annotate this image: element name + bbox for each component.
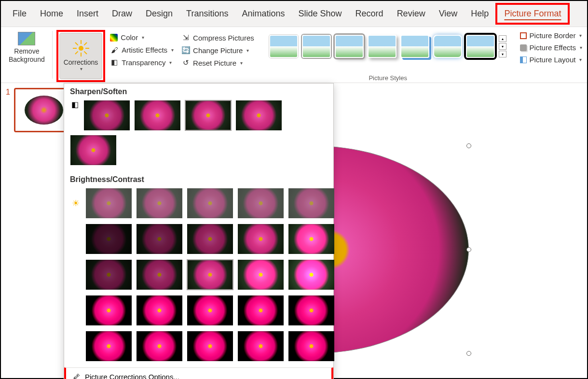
remove-background-label: Remove Background [9,47,45,64]
bc-preset-r2c4[interactable] [237,224,284,254]
artistic-effects-icon: 🖌 [110,45,119,54]
bc-preset-r1c4[interactable] [237,188,284,219]
bc-preset-r2c2[interactable] [136,224,183,254]
compress-icon: ⇲ [181,33,190,42]
corrections-label: Corrections [64,58,98,67]
picture-layout-button[interactable]: Picture Layout ▾ [517,54,585,65]
bc-preset-r3c1[interactable] [85,259,132,290]
tab-view[interactable]: View [432,5,465,23]
bc-preset-r2c1[interactable] [85,224,132,254]
slide-number: 1 [6,88,10,132]
style-preset-3[interactable] [335,35,364,58]
corrections-button[interactable]: Corrections ▾ [59,33,103,79]
picture-effects-button[interactable]: Picture Effects ▾ [517,42,585,53]
resize-handle-tr[interactable] [466,143,471,148]
bc-preset-r2c3[interactable] [187,224,233,254]
ribbon: Remove Background [1,27,587,83]
tab-transitions[interactable]: Transitions [179,5,235,23]
chevron-down-icon: ▾ [579,57,582,62]
tab-draw[interactable]: Draw [105,5,139,23]
picture-layout-icon [520,56,527,63]
bc-preset-r1c3[interactable] [187,188,233,219]
tab-record[interactable]: Record [349,5,390,23]
sharpen-soften-heading: Sharpen/Soften [64,84,333,98]
transparency-icon: ◧ [110,58,119,67]
slide-thumbnail-image [25,96,63,125]
bc-preset-r3c2[interactable] [136,259,183,290]
gallery-expand[interactable]: ▾ [499,51,506,57]
bc-preset-r3c4[interactable] [237,259,284,290]
brightness-contrast-heading: Brightness/Contrast [64,171,333,186]
style-preset-5[interactable] [400,35,429,58]
bc-preset-r4c2[interactable] [136,295,183,326]
chevron-down-icon: ▾ [240,60,243,66]
tab-design[interactable]: Design [139,5,179,23]
ribbon-group-picture-options: Picture Border ▾ Picture Effects ▾ Pictu… [515,27,587,83]
color-icon [110,34,118,42]
tab-animations[interactable]: Animations [235,5,291,23]
brightness-icon: ☀ [70,198,82,209]
bc-preset-r5c3[interactable] [187,331,233,362]
bc-preset-r2c5[interactable] [288,224,335,254]
artistic-effects-button[interactable]: 🖌 Artistic Effects ▾ [107,44,177,56]
corrections-options-icon: 🖉 [73,373,80,379]
chevron-down-icon: ▾ [171,47,174,53]
style-preset-6[interactable] [433,35,462,58]
picture-border-button[interactable]: Picture Border ▾ [517,30,585,41]
picture-border-label: Picture Border [530,31,576,40]
sharpen-preset-1[interactable] [83,100,130,131]
style-preset-7[interactable] [466,35,495,58]
tab-slideshow[interactable]: Slide Show [292,5,349,23]
bc-preset-r3c3[interactable] [187,259,233,290]
change-picture-icon: 🔄 [181,46,190,55]
tab-insert[interactable]: Insert [70,5,105,23]
bc-preset-r1c1[interactable] [85,188,132,219]
color-button[interactable]: Color ▾ [107,32,177,43]
resize-handle-right[interactable] [466,247,471,252]
sharpen-preset-3[interactable] [185,100,232,131]
bc-preset-r5c2[interactable] [136,331,183,362]
style-preset-4[interactable] [368,35,397,58]
gallery-row-up[interactable]: ▴ [499,35,506,42]
app-window: File Home Insert Draw Design Transitions… [1,1,587,378]
chevron-down-icon: ▾ [580,45,582,50]
compress-pictures-button[interactable]: ⇲ Compress Pictures [178,32,257,43]
bc-preset-r4c3[interactable] [187,295,233,326]
bc-preset-r3c5[interactable] [288,259,335,290]
sun-icon [73,40,89,56]
bc-preset-r4c5[interactable] [288,295,335,326]
transparency-button[interactable]: ◧ Transparency ▾ [107,56,177,68]
bc-preset-r5c4[interactable] [237,331,284,362]
corrections-options-label: Picture Corrections Options... [85,373,179,379]
artistic-effects-label: Artistic Effects [122,46,167,54]
sharpen-preset-5[interactable] [70,135,117,166]
remove-background-button[interactable]: Remove Background [5,30,49,66]
picture-corrections-options-button[interactable]: 🖉 Picture Corrections Options... [64,367,333,379]
style-preset-1[interactable] [269,35,298,58]
sharpen-preset-4[interactable] [235,100,282,131]
reset-picture-button[interactable]: ↺ Reset Picture ▾ [178,57,257,69]
transparency-label: Transparency [122,58,165,67]
tab-home[interactable]: Home [33,5,70,23]
change-picture-button[interactable]: 🔄 Change Picture ▾ [178,44,257,56]
bc-preset-r4c4[interactable] [237,295,284,326]
bc-preset-r1c2[interactable] [136,188,183,219]
bc-preset-r1c5[interactable] [288,188,335,219]
bc-preset-r5c1[interactable] [85,331,132,362]
sharpen-preset-2[interactable] [134,100,181,131]
chevron-down-icon: ▾ [246,48,249,53]
style-preset-2[interactable] [302,35,331,58]
tab-help[interactable]: Help [464,5,495,23]
tab-file[interactable]: File [6,5,33,23]
bc-preset-r5c5[interactable] [288,331,335,362]
brightness-contrast-grid: ☀ [64,186,333,367]
picture-effects-icon [520,44,527,51]
corrections-dropdown: Sharpen/Soften ◧ Brightness/Contrast ☀ [64,83,334,379]
resize-handle-br[interactable] [466,351,471,356]
change-picture-label: Change Picture [193,46,243,55]
gallery-row-down[interactable]: ▾ [499,43,506,50]
bc-preset-r4c1[interactable] [85,295,132,326]
tab-review[interactable]: Review [390,5,432,23]
chevron-down-icon: ▾ [169,60,172,65]
tab-picture-format[interactable]: Picture Format [495,3,570,25]
